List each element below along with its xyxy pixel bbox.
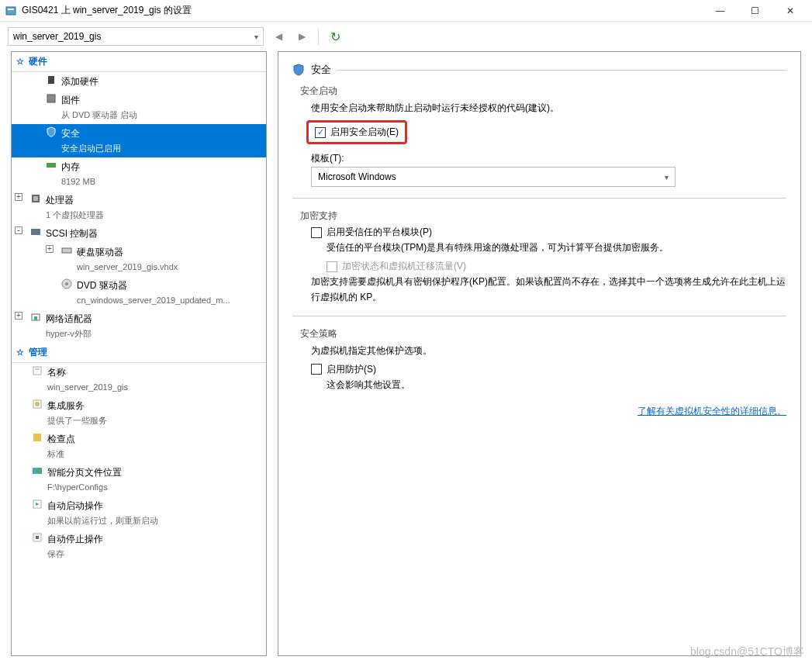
back-button[interactable]: ◀ [270,28,287,45]
expand-icon[interactable]: + [15,193,22,201]
minimize-button[interactable]: — [703,0,738,22]
tree-auto-stop[interactable]: 自动停止操作保存 [12,530,266,563]
svg-rect-2 [48,76,54,84]
vm-selector-combo[interactable]: win_server_2019_gis ▾ [8,27,264,46]
enable-secure-boot-checkbox[interactable]: ✓ [315,127,326,138]
svg-rect-22 [36,536,39,539]
svg-rect-6 [33,196,38,201]
enable-tpm-checkbox[interactable] [311,227,322,238]
encrypt-traffic-checkbox [327,261,337,272]
svg-rect-19 [37,468,42,474]
tree-firmware[interactable]: 固件从 DVD 驱动器 启动 [12,91,266,124]
shield-icon [44,126,58,137]
nic-icon [29,312,43,323]
checkpoint-icon [30,432,44,443]
secure-boot-highlight: ✓ 启用安全启动(E) [306,120,407,144]
tree-memory[interactable]: 内存8192 MB [12,157,266,191]
svg-rect-7 [31,229,40,235]
forward-button[interactable]: ▶ [293,28,310,45]
tree-integration-services[interactable]: 集成服务提供了一些服务 [12,396,266,430]
autostart-icon [30,499,44,510]
name-icon [30,365,44,376]
svg-rect-1 [8,9,14,10]
tree-scsi-controller[interactable]: - SCSI 控制器 [12,224,266,243]
expand-icon[interactable]: + [46,245,54,253]
svg-rect-3 [47,95,55,102]
tree-add-hardware[interactable]: 添加硬件 [12,72,266,91]
learn-more-link[interactable]: 了解有关虚拟机安全性的详细信息。 [638,405,786,418]
maximize-button[interactable]: ☐ [738,0,772,22]
secure-boot-description: 使用安全启动来帮助防止启动时运行未经授权的代码(建议)。 [311,101,786,116]
secure-boot-section-label: 安全启动 [300,85,786,98]
svg-rect-0 [6,7,16,15]
enable-shielding-label: 启用防护(S) [327,363,376,376]
collapse-icon: ☆ [16,57,24,67]
kp-description: 加密支持需要虚拟机具有密钥保护程序(KP)配置。如果该配置尚不存在，选择其中一个… [311,275,786,304]
enable-secure-boot-label: 启用安全启动(E) [330,126,399,139]
panel-title: 安全 [292,63,786,77]
dvd-icon [60,278,74,289]
tree-security[interactable]: 安全安全启动已启用 [12,124,266,157]
app-icon [5,5,17,17]
tree-paging-file[interactable]: 智能分页文件位置F:\hyperConfigs [12,463,266,496]
svg-point-10 [65,282,68,285]
paging-icon [30,465,44,476]
shield-icon [292,64,305,76]
expand-icon[interactable]: + [15,312,22,320]
integration-icon [30,399,44,410]
enable-shielding-checkbox[interactable] [311,364,322,375]
tree-auto-start[interactable]: 自动启动操作如果以前运行过，则重新启动 [12,496,266,530]
svg-rect-13 [33,367,41,375]
separator [318,28,319,45]
template-label: 模板(T): [311,152,786,165]
template-select[interactable]: Microsoft Windows ▾ [311,167,676,187]
settings-panel: 安全 安全启动 使用安全启动来帮助防止启动时运行未经授权的代码(建议)。 ✓ 启… [278,51,801,656]
svg-rect-18 [33,468,37,474]
hdd-icon [60,245,74,256]
tree-dvd-drive[interactable]: DVD 驱动器cn_windows_server_2019_updated_m.… [12,276,266,309]
policy-section-label: 安全策略 [300,327,786,340]
firmware-icon [44,93,58,104]
collapse-icon: ☆ [16,347,24,358]
collapse-icon[interactable]: - [15,226,22,234]
category-hardware[interactable]: ☆ 硬件 [12,52,266,72]
encryption-section-label: 加密支持 [300,209,786,223]
memory-icon [44,160,58,171]
titlebar: GIS0421 上 win_server_2019_gis 的设置 — ☐ ✕ [0,0,812,22]
tree-network-adapter[interactable]: + 网络适配器hyper-v外部 [12,309,266,343]
refresh-button[interactable]: ↻ [327,28,344,45]
scsi-icon [29,226,43,237]
tree-checkpoints[interactable]: 检查点标准 [12,430,266,463]
processor-icon [29,193,43,204]
encrypt-traffic-label: 加密状态和虚拟机迁移流量(V) [342,260,466,273]
close-button[interactable]: ✕ [772,0,807,22]
shielding-description: 这会影响其他设置。 [327,378,786,392]
watermark: blog.csdn@51CTO博客 [690,645,804,659]
autostop-icon [30,532,44,543]
svg-rect-17 [33,434,41,441]
enable-tpm-label: 启用受信任的平台模块(P) [327,226,432,239]
svg-rect-12 [34,316,37,320]
policy-description: 为虚拟机指定其他保护选项。 [311,344,786,358]
settings-tree: ☆ 硬件 添加硬件 固件从 DVD 驱动器 启动 安全安全启动已启用 内存819… [11,51,267,656]
toolbar: win_server_2019_gis ▾ ◀ ▶ ↻ [0,22,812,51]
category-management[interactable]: ☆ 管理 [12,343,266,363]
vm-selector-value: win_server_2019_gis [13,31,254,42]
chevron-down-icon: ▾ [254,33,258,41]
svg-rect-4 [47,163,56,168]
chevron-down-icon: ▾ [665,173,669,181]
add-hardware-icon [44,74,58,85]
tree-hard-drive[interactable]: + 硬盘驱动器win_server_2019_gis.vhdx [12,243,266,276]
svg-rect-8 [62,248,71,253]
window-title: GIS0421 上 win_server_2019_gis 的设置 [22,4,703,17]
tpm-description: 受信任的平台模块(TPM)是具有特殊用途的微处理器，可为计算平台提供加密服务。 [327,240,786,255]
tree-name[interactable]: 名称win_server_2019_gis [12,363,266,396]
tree-processor[interactable]: + 处理器1 个虚拟处理器 [12,191,266,224]
svg-point-16 [35,402,40,406]
